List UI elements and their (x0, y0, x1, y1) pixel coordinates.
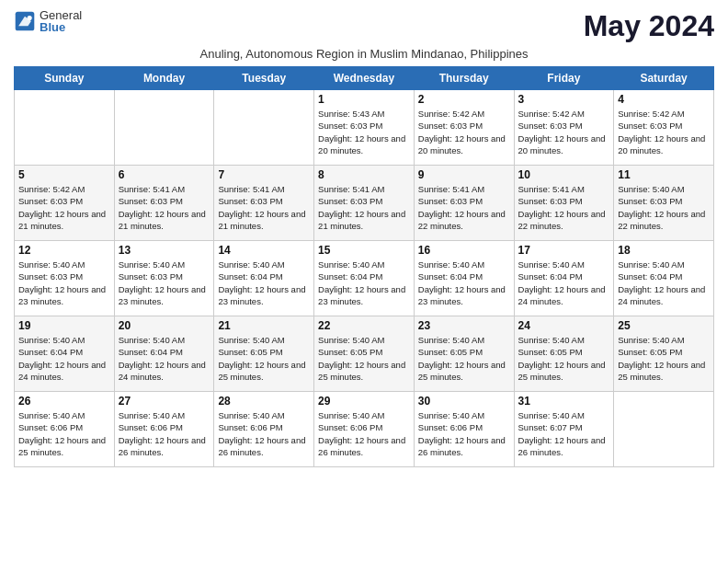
day-number: 19 (18, 319, 110, 332)
day-info: Sunrise: 5:40 AM Sunset: 6:04 PM Dayligh… (418, 259, 510, 307)
calendar-cell: 5Sunrise: 5:42 AM Sunset: 6:03 PM Daylig… (15, 166, 115, 241)
calendar-cell: 20Sunrise: 5:40 AM Sunset: 6:04 PM Dayli… (114, 316, 214, 392)
calendar-cell: 31Sunrise: 5:40 AM Sunset: 6:07 PM Dayli… (514, 392, 614, 467)
day-info: Sunrise: 5:40 AM Sunset: 6:07 PM Dayligh… (518, 409, 610, 458)
day-number: 15 (318, 244, 410, 257)
day-info: Sunrise: 5:40 AM Sunset: 6:04 PM Dayligh… (18, 334, 110, 383)
calendar-cell: 30Sunrise: 5:40 AM Sunset: 6:06 PM Dayli… (414, 392, 514, 467)
subtitle: Anuling, Autonomous Region in Muslim Min… (14, 47, 714, 61)
day-info: Sunrise: 5:41 AM Sunset: 6:03 PM Dayligh… (318, 183, 410, 232)
day-info: Sunrise: 5:40 AM Sunset: 6:06 PM Dayligh… (218, 409, 310, 458)
calendar-cell: 12Sunrise: 5:40 AM Sunset: 6:03 PM Dayli… (15, 241, 115, 316)
calendar-cell: 2Sunrise: 5:42 AM Sunset: 6:03 PM Daylig… (414, 90, 514, 166)
day-header-row: SundayMondayTuesdayWednesdayThursdayFrid… (15, 67, 714, 90)
calendar-cell: 8Sunrise: 5:41 AM Sunset: 6:03 PM Daylig… (314, 166, 415, 241)
day-number: 28 (218, 395, 310, 408)
day-info: Sunrise: 5:40 AM Sunset: 6:03 PM Dayligh… (119, 259, 210, 307)
calendar-cell: 24Sunrise: 5:40 AM Sunset: 6:05 PM Dayli… (514, 316, 614, 392)
day-number: 5 (18, 168, 110, 181)
day-info: Sunrise: 5:40 AM Sunset: 6:05 PM Dayligh… (418, 334, 510, 383)
day-number: 14 (218, 244, 310, 257)
calendar-week-row: 12Sunrise: 5:40 AM Sunset: 6:03 PM Dayli… (15, 241, 714, 316)
calendar-cell: 9Sunrise: 5:41 AM Sunset: 6:03 PM Daylig… (414, 166, 514, 241)
calendar-cell: 27Sunrise: 5:40 AM Sunset: 6:06 PM Dayli… (114, 392, 214, 467)
calendar-cell: 23Sunrise: 5:40 AM Sunset: 6:05 PM Dayli… (414, 316, 514, 392)
day-number: 21 (218, 319, 310, 332)
weekday-header: Friday (514, 67, 614, 90)
day-info: Sunrise: 5:40 AM Sunset: 6:06 PM Dayligh… (18, 409, 110, 458)
day-info: Sunrise: 5:42 AM Sunset: 6:03 PM Dayligh… (18, 183, 110, 232)
calendar-cell (614, 392, 714, 467)
day-info: Sunrise: 5:40 AM Sunset: 6:05 PM Dayligh… (618, 334, 710, 383)
calendar-cell: 18Sunrise: 5:40 AM Sunset: 6:04 PM Dayli… (614, 241, 714, 316)
calendar-cell: 28Sunrise: 5:40 AM Sunset: 6:06 PM Dayli… (214, 392, 314, 467)
day-info: Sunrise: 5:40 AM Sunset: 6:06 PM Dayligh… (418, 409, 510, 458)
day-number: 9 (418, 168, 510, 181)
calendar-cell: 3Sunrise: 5:42 AM Sunset: 6:03 PM Daylig… (514, 90, 614, 166)
day-info: Sunrise: 5:41 AM Sunset: 6:03 PM Dayligh… (119, 183, 210, 232)
weekday-header: Saturday (614, 67, 714, 90)
month-title: May 2024 (584, 9, 714, 43)
calendar-cell: 4Sunrise: 5:42 AM Sunset: 6:03 PM Daylig… (614, 90, 714, 166)
day-info: Sunrise: 5:40 AM Sunset: 6:06 PM Dayligh… (318, 409, 410, 458)
day-number: 30 (418, 395, 510, 408)
day-number: 29 (318, 395, 410, 408)
day-number: 4 (618, 93, 710, 106)
calendar-cell: 26Sunrise: 5:40 AM Sunset: 6:06 PM Dayli… (15, 392, 115, 467)
calendar-cell: 11Sunrise: 5:40 AM Sunset: 6:03 PM Dayli… (614, 166, 714, 241)
day-info: Sunrise: 5:43 AM Sunset: 6:03 PM Dayligh… (318, 108, 410, 156)
day-number: 20 (119, 319, 210, 332)
calendar-cell: 21Sunrise: 5:40 AM Sunset: 6:05 PM Dayli… (214, 316, 314, 392)
calendar-week-row: 1Sunrise: 5:43 AM Sunset: 6:03 PM Daylig… (15, 90, 714, 166)
day-number: 10 (518, 168, 610, 181)
logo: General Blue (14, 9, 82, 33)
day-info: Sunrise: 5:40 AM Sunset: 6:04 PM Dayligh… (518, 259, 610, 307)
calendar-week-row: 26Sunrise: 5:40 AM Sunset: 6:06 PM Dayli… (15, 392, 714, 467)
day-info: Sunrise: 5:40 AM Sunset: 6:03 PM Dayligh… (18, 259, 110, 307)
day-info: Sunrise: 5:40 AM Sunset: 6:05 PM Dayligh… (518, 334, 610, 383)
day-number: 18 (618, 244, 710, 257)
day-number: 12 (18, 244, 110, 257)
day-info: Sunrise: 5:40 AM Sunset: 6:04 PM Dayligh… (318, 259, 410, 307)
day-info: Sunrise: 5:42 AM Sunset: 6:03 PM Dayligh… (618, 108, 710, 156)
calendar-cell: 25Sunrise: 5:40 AM Sunset: 6:05 PM Dayli… (614, 316, 714, 392)
calendar-cell: 19Sunrise: 5:40 AM Sunset: 6:04 PM Dayli… (15, 316, 115, 392)
calendar-cell: 22Sunrise: 5:40 AM Sunset: 6:05 PM Dayli… (314, 316, 415, 392)
day-info: Sunrise: 5:42 AM Sunset: 6:03 PM Dayligh… (418, 108, 510, 156)
calendar-cell: 6Sunrise: 5:41 AM Sunset: 6:03 PM Daylig… (114, 166, 214, 241)
calendar-week-row: 5Sunrise: 5:42 AM Sunset: 6:03 PM Daylig… (15, 166, 714, 241)
calendar-cell: 13Sunrise: 5:40 AM Sunset: 6:03 PM Dayli… (114, 241, 214, 316)
day-info: Sunrise: 5:40 AM Sunset: 6:03 PM Dayligh… (618, 183, 710, 232)
day-number: 6 (119, 168, 210, 181)
day-info: Sunrise: 5:41 AM Sunset: 6:03 PM Dayligh… (418, 183, 510, 232)
day-info: Sunrise: 5:40 AM Sunset: 6:06 PM Dayligh… (119, 409, 210, 458)
day-number: 1 (318, 93, 410, 106)
calendar-cell: 1Sunrise: 5:43 AM Sunset: 6:03 PM Daylig… (314, 90, 415, 166)
calendar-cell: 14Sunrise: 5:40 AM Sunset: 6:04 PM Dayli… (214, 241, 314, 316)
svg-point-2 (28, 16, 32, 20)
calendar-week-row: 19Sunrise: 5:40 AM Sunset: 6:04 PM Dayli… (15, 316, 714, 392)
calendar-cell (15, 90, 115, 166)
day-number: 2 (418, 93, 510, 106)
day-number: 13 (119, 244, 210, 257)
day-number: 16 (418, 244, 510, 257)
day-number: 7 (218, 168, 310, 181)
calendar-cell (114, 90, 214, 166)
day-info: Sunrise: 5:40 AM Sunset: 6:05 PM Dayligh… (218, 334, 310, 383)
day-number: 3 (518, 93, 610, 106)
day-number: 23 (418, 319, 510, 332)
calendar-cell: 29Sunrise: 5:40 AM Sunset: 6:06 PM Dayli… (314, 392, 415, 467)
day-info: Sunrise: 5:40 AM Sunset: 6:04 PM Dayligh… (218, 259, 310, 307)
day-number: 26 (18, 395, 110, 408)
calendar-cell (214, 90, 314, 166)
day-number: 25 (618, 319, 710, 332)
logo-blue-text: Blue (40, 21, 82, 33)
calendar-table: SundayMondayTuesdayWednesdayThursdayFrid… (14, 66, 714, 467)
day-number: 17 (518, 244, 610, 257)
day-info: Sunrise: 5:40 AM Sunset: 6:05 PM Dayligh… (318, 334, 410, 383)
day-info: Sunrise: 5:41 AM Sunset: 6:03 PM Dayligh… (218, 183, 310, 232)
day-number: 24 (518, 319, 610, 332)
weekday-header: Sunday (15, 67, 115, 90)
day-number: 27 (119, 395, 210, 408)
weekday-header: Wednesday (314, 67, 415, 90)
